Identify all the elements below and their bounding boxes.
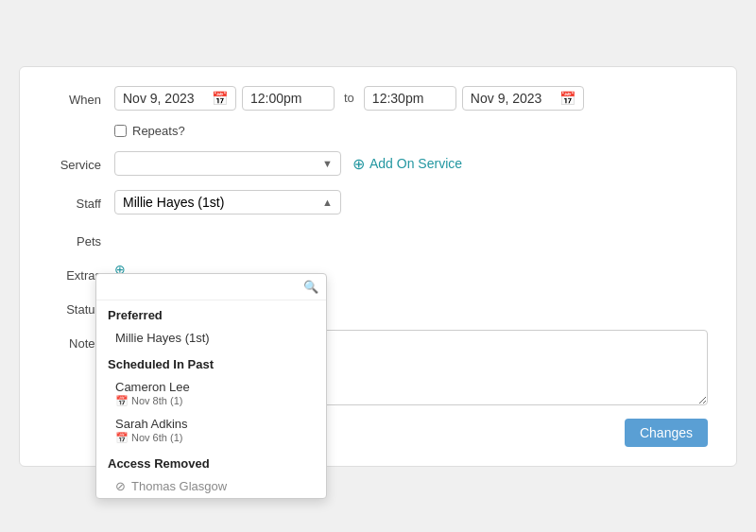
preferred-section-label: Preferred: [96, 300, 326, 326]
dropdown-item-thomas[interactable]: ⊘ Thomas Glasgow: [96, 474, 326, 498]
staff-dropdown-arrow: ▲: [322, 197, 333, 208]
service-row: Service ▼ ⊕ Add On Service: [39, 151, 708, 177]
end-calendar-icon: 📅: [559, 91, 576, 106]
staff-row: Staff Millie Hayes (1st) ▲: [39, 190, 708, 215]
end-date-wrapper[interactable]: Nov 9, 2023 📅: [462, 86, 584, 111]
end-time-input[interactable]: 12:30pm: [372, 91, 448, 106]
dropdown-item-cameron[interactable]: Cameron Lee 📅 Nov 8th (1): [96, 375, 326, 412]
staff-dropdown: 🔍 Preferred Millie Hayes (1st) Scheduled…: [95, 273, 327, 499]
calendar-mini-icon: 📅: [115, 395, 129, 407]
service-input[interactable]: [123, 156, 322, 171]
service-select-wrapper[interactable]: ▼: [114, 151, 341, 176]
access-removed-section-label: Access Removed: [96, 449, 326, 474]
cameron-subtext: 📅 Nov 8th (1): [115, 395, 315, 407]
appointment-form: When Nov 9, 2023 📅 12:00pm to 12:30pm No…: [19, 66, 737, 467]
add-on-plus-icon: ⊕: [352, 155, 365, 173]
repeats-checkbox[interactable]: [114, 125, 127, 137]
pets-row: Pets: [39, 228, 708, 249]
save-label: Changes: [640, 425, 693, 440]
service-dropdown-arrow: ▼: [322, 158, 333, 169]
repeats-label: Repeats?: [132, 124, 185, 138]
sarah-date: Nov 6th (1): [131, 432, 182, 443]
service-content: ▼ ⊕ Add On Service: [114, 151, 708, 177]
staff-input[interactable]: Millie Hayes (1st): [123, 195, 322, 210]
pets-label: Pets: [39, 228, 114, 249]
add-on-service-button[interactable]: ⊕ Add On Service: [347, 151, 468, 177]
when-label: When: [39, 86, 114, 107]
dropdown-search-input[interactable]: [104, 280, 303, 294]
thomas-name: Thomas Glasgow: [131, 479, 227, 493]
service-label: Service: [39, 151, 114, 172]
dropdown-search-wrapper: 🔍: [96, 274, 326, 300]
staff-select-wrapper[interactable]: Millie Hayes (1st) ▲: [114, 190, 341, 215]
scheduled-section-label: Scheduled In Past: [96, 350, 326, 375]
start-time-input[interactable]: 12:00pm: [250, 91, 326, 106]
start-date-input[interactable]: Nov 9, 2023: [123, 91, 208, 106]
cameron-date: Nov 8th (1): [131, 395, 182, 406]
calendar-mini-icon-2: 📅: [115, 432, 129, 444]
start-time-wrapper[interactable]: 12:00pm: [242, 86, 335, 111]
dropdown-item-sarah[interactable]: Sarah Adkins 📅 Nov 6th (1): [96, 412, 326, 449]
preferred-item-name: Millie Hayes (1st): [115, 331, 210, 345]
when-content: Nov 9, 2023 📅 12:00pm to 12:30pm Nov 9, …: [114, 86, 708, 111]
sarah-name: Sarah Adkins: [115, 417, 188, 431]
add-on-label: Add On Service: [369, 156, 462, 171]
blocked-icon: ⊘: [115, 479, 126, 493]
sarah-subtext: 📅 Nov 6th (1): [115, 432, 315, 444]
staff-label: Staff: [39, 190, 114, 211]
dropdown-item-millie-preferred[interactable]: Millie Hayes (1st): [96, 326, 326, 350]
when-row: When Nov 9, 2023 📅 12:00pm to 12:30pm No…: [39, 86, 708, 111]
end-time-wrapper[interactable]: 12:30pm: [364, 86, 456, 111]
start-date-wrapper[interactable]: Nov 9, 2023 📅: [114, 86, 236, 111]
dropdown-search-icon: 🔍: [303, 280, 318, 294]
start-calendar-icon: 📅: [212, 91, 228, 106]
repeats-row: Repeats?: [114, 124, 708, 138]
cameron-name: Cameron Lee: [115, 380, 190, 394]
to-label: to: [340, 91, 358, 105]
staff-content: Millie Hayes (1st) ▲: [114, 190, 708, 215]
save-changes-button[interactable]: Changes: [625, 419, 708, 447]
end-date-input[interactable]: Nov 9, 2023: [471, 91, 556, 106]
